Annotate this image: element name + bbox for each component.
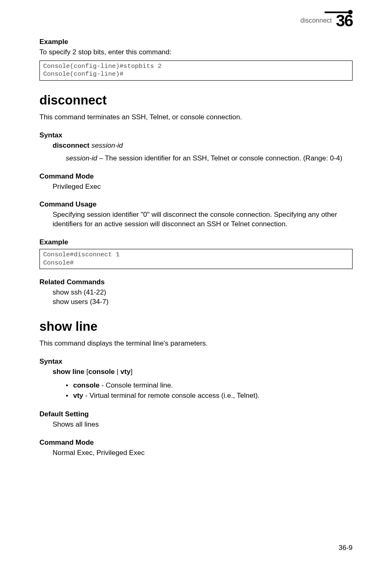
disconnect-heading: disconnect (39, 93, 353, 108)
syntax-arg: session-id (91, 142, 123, 149)
syntax-param-desc: session-id – The session identifier for … (66, 154, 353, 163)
command-usage-text: Specifying session identifier "0" will d… (53, 210, 353, 229)
related-line: show users (34-7) (53, 297, 353, 307)
show-line-desc: This command displays the terminal line'… (39, 339, 353, 348)
chapter-number: 36 (336, 12, 353, 29)
example-label: Example (39, 238, 353, 246)
running-title: disconnect (300, 17, 332, 24)
syntax-pipe: | (115, 368, 120, 376)
syntax-option: vty (120, 368, 131, 376)
disconnect-desc: This command terminates an SSH, Telnet, … (39, 113, 353, 122)
show-line-heading: show line (39, 319, 353, 334)
param-rest: – The session identifier for an SSH, Tel… (97, 154, 343, 162)
command-mode-label: Command Mode (39, 439, 353, 447)
option-name: console (73, 381, 99, 389)
command-mode-text: Normal Exec, Privileged Exec (53, 448, 353, 458)
code-block-stopbits: Console(config-line)#stopbits 2 Console(… (39, 60, 353, 81)
syntax-command: show line (53, 368, 84, 376)
code-line: Console#disconnect 1 (43, 251, 120, 258)
syntax-command: disconnect (53, 142, 90, 149)
option-desc: - Console terminal line. (99, 381, 173, 389)
syntax-usage: disconnect session-id (53, 141, 353, 151)
chapter-badge: 36 (336, 12, 353, 29)
default-setting-label: Default Setting (39, 410, 353, 418)
related-commands-label: Related Commands (39, 278, 353, 286)
header-dot-icon (348, 10, 353, 14)
syntax-bracket: ] (131, 368, 133, 376)
list-item: console - Console terminal line. (66, 380, 353, 391)
code-line: Console# (43, 259, 74, 267)
option-desc: - Virtual terminal for remote console ac… (83, 392, 260, 399)
example-label: Example (39, 38, 353, 46)
list-item: vty - Virtual terminal for remote consol… (66, 390, 353, 401)
code-block-disconnect: Console#disconnect 1 Console# (39, 249, 353, 269)
code-line: Console(config-line)#stopbits 2 (43, 63, 161, 70)
syntax-label: Syntax (39, 131, 353, 139)
command-usage-label: Command Usage (39, 200, 353, 209)
page-header: disconnect 36 (39, 12, 353, 29)
option-name: vty (73, 392, 83, 399)
syntax-usage: show line [console | vty] (53, 367, 353, 377)
syntax-bracket: [ (84, 368, 88, 376)
page-number: 36-9 (339, 544, 353, 552)
syntax-label: Syntax (39, 357, 353, 366)
param-name: session-id (66, 154, 97, 162)
default-setting-text: Shows all lines (53, 420, 353, 429)
syntax-options-list: console - Console terminal line. vty - V… (66, 380, 353, 401)
related-line: show ssh (41-22) (53, 288, 353, 297)
command-mode-label: Command Mode (39, 172, 353, 181)
command-mode-text: Privileged Exec (53, 182, 353, 192)
example-intro-text: To specify 2 stop bits, enter this comma… (39, 48, 353, 57)
syntax-option: console (88, 368, 115, 376)
code-line: Console(config-line)# (43, 70, 123, 78)
